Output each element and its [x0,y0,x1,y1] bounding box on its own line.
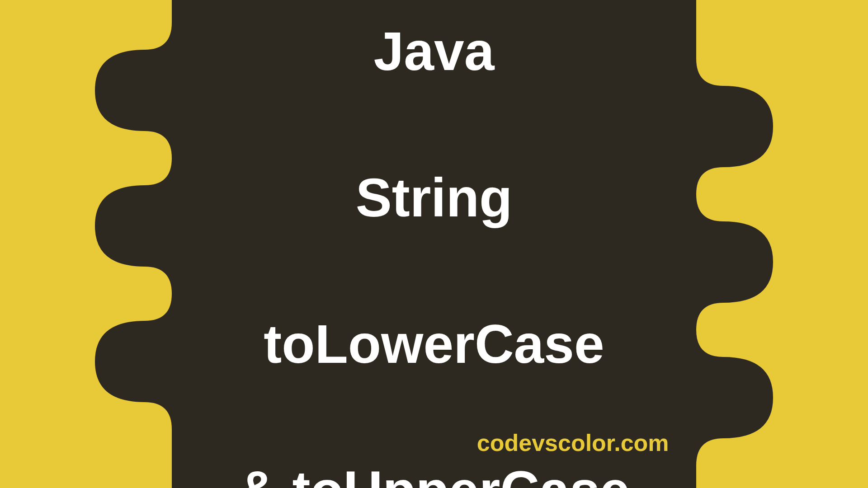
title-block: Java String toLowerCase & toUpperCase [238,0,630,488]
title-line-4: & toUpperCase [238,460,630,488]
footer-url: codevscolor.com [477,429,669,456]
title-line-2: String [356,167,513,228]
title-line-1: Java [374,21,495,81]
title-text: Java String toLowerCase & toUpperCase [238,0,630,488]
title-line-3: toLowerCase [264,314,604,374]
